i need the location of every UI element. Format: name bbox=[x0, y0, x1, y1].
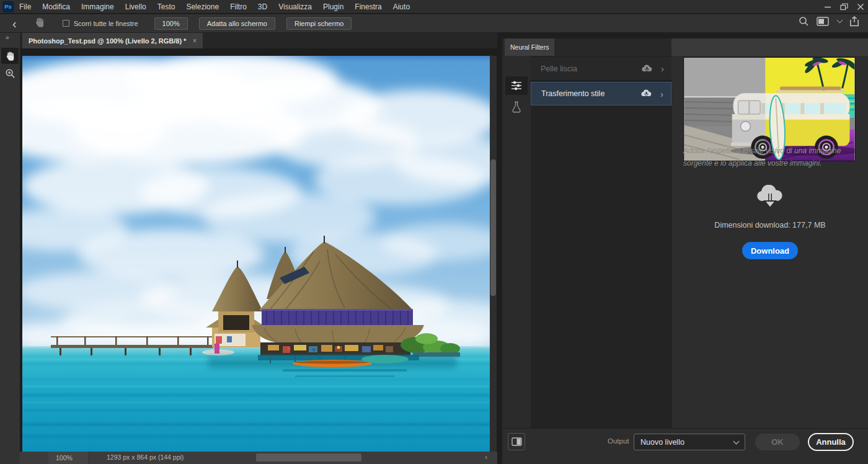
preview-toggle-button[interactable] bbox=[508, 433, 525, 450]
download-button[interactable]: Download bbox=[742, 242, 798, 259]
scroll-all-windows-label: Scorri tutte le finestre bbox=[74, 20, 138, 27]
photoshop-window: Ps File Modifica Immagine Livello Testo … bbox=[0, 0, 868, 464]
window-controls bbox=[824, 0, 864, 14]
fill-screen-button[interactable]: Riempi schermo bbox=[286, 17, 352, 30]
scroll-all-windows-checkbox[interactable] bbox=[63, 20, 69, 27]
filter-name: Pelle liscia bbox=[541, 65, 642, 73]
download-size-text: Dimensioni download: 177,7 MB bbox=[672, 221, 868, 230]
vertical-scrollbar-thumb[interactable] bbox=[490, 159, 496, 296]
menu-file[interactable]: File bbox=[14, 0, 37, 14]
menu-bar: Ps File Modifica Immagine Livello Testo … bbox=[0, 0, 868, 14]
menu-immagine[interactable]: Immagine bbox=[76, 0, 120, 14]
sliders-icon bbox=[510, 80, 523, 91]
collapse-tools-icon[interactable]: » bbox=[6, 34, 9, 41]
document-status-bar: 100% 1293 px x 864 px (144 ppi) › ‹ › bbox=[20, 452, 497, 464]
output-label: Output bbox=[608, 437, 629, 445]
search-icon[interactable] bbox=[799, 16, 809, 27]
document-canvas[interactable] bbox=[22, 56, 490, 452]
status-zoom-field[interactable]: 100% bbox=[48, 452, 89, 464]
chevron-down-icon[interactable] bbox=[837, 17, 843, 24]
filter-category-rail bbox=[502, 56, 531, 428]
beaker-icon bbox=[512, 101, 521, 113]
split-preview-icon bbox=[512, 437, 522, 446]
filter-detail-pane: Adotta l'aspetto o lo stile visivo di un… bbox=[672, 56, 868, 428]
status-dimensions: 1293 px x 864 px (144 ppi) bbox=[107, 453, 184, 461]
tool-options-bar: ‹ Scorri tutte le finestre 100% Adatta a… bbox=[0, 14, 868, 33]
restore-button[interactable] bbox=[840, 3, 848, 11]
menu-plugin[interactable]: Plugin bbox=[317, 0, 349, 14]
cancel-button[interactable]: Annulla bbox=[808, 433, 854, 451]
filter-row-pelle-liscia[interactable]: Pelle liscia › bbox=[531, 57, 671, 81]
canvas-area bbox=[20, 48, 497, 452]
zoom-100-button[interactable]: 100% bbox=[154, 17, 188, 30]
horizontal-scrollbar-thumb[interactable] bbox=[256, 453, 361, 462]
cloud-download-icon bbox=[642, 63, 652, 74]
share-icon[interactable] bbox=[849, 16, 859, 27]
workspace-panel-icon[interactable] bbox=[817, 17, 830, 27]
back-chevron-button[interactable]: ‹ bbox=[9, 17, 20, 30]
hand-tool-button[interactable] bbox=[1, 48, 19, 64]
status-right-chevron[interactable]: › bbox=[485, 453, 487, 462]
tool-strip: » bbox=[0, 33, 20, 464]
menu-3d[interactable]: 3D bbox=[252, 0, 273, 14]
document-tab-bar: Photoshop_Test.psd @ 100% (Livello 2, RG… bbox=[20, 33, 497, 48]
vertical-scrollbar[interactable] bbox=[490, 56, 497, 452]
zoom-tool-button[interactable] bbox=[1, 65, 19, 81]
ok-button[interactable]: OK bbox=[755, 434, 800, 450]
minimize-button[interactable] bbox=[824, 3, 831, 11]
beta-filters-button[interactable] bbox=[505, 98, 528, 115]
filter-open-chevron[interactable]: › bbox=[661, 64, 664, 73]
menu-selezione[interactable]: Selezione bbox=[180, 0, 224, 14]
filter-name: Trasferimento stile bbox=[541, 89, 641, 98]
menu-filtro[interactable]: Filtro bbox=[224, 0, 252, 14]
filter-list: Pelle liscia › Trasferimento stile › bbox=[531, 56, 671, 428]
filter-open-chevron[interactable]: › bbox=[660, 89, 663, 99]
menu-modifica[interactable]: Modifica bbox=[37, 0, 76, 14]
cloud-download-icon bbox=[641, 88, 652, 99]
panel-header-strip bbox=[671, 38, 868, 56]
document-tab[interactable]: Photoshop_Test.psd @ 100% (Livello 2, RG… bbox=[22, 33, 203, 48]
fit-screen-button[interactable]: Adatta allo schermo bbox=[199, 17, 275, 30]
output-dropdown-value: Nuovo livello bbox=[640, 438, 684, 447]
neural-filters-tab[interactable]: Neural Filters bbox=[505, 38, 554, 56]
menu-finestra[interactable]: Finestra bbox=[349, 0, 387, 14]
neural-filters-panel: Neural Filters Pelle liscia › bbox=[502, 38, 868, 464]
filter-description: Adotta l'aspetto o lo stile visivo di un… bbox=[683, 145, 852, 170]
options-bar-right-icons bbox=[799, 16, 859, 27]
photoshop-logo-icon: Ps bbox=[2, 1, 14, 12]
panel-bottom-bar: Output Nuovo livello OK Annulla bbox=[502, 428, 868, 464]
filter-row-trasferimento-stile[interactable]: Trasferimento stile › bbox=[531, 82, 671, 105]
menu-aiuto[interactable]: Aiuto bbox=[388, 0, 415, 14]
output-dropdown[interactable]: Nuovo livello bbox=[634, 434, 745, 450]
hand-tool-icon bbox=[34, 17, 45, 30]
all-filters-button[interactable] bbox=[505, 76, 528, 95]
menu-visualizza[interactable]: Visualizza bbox=[273, 0, 317, 14]
tab-close-icon[interactable]: × bbox=[192, 37, 197, 45]
cloud-download-large-icon bbox=[756, 185, 784, 212]
menu-livello[interactable]: Livello bbox=[120, 0, 152, 14]
close-button[interactable] bbox=[857, 3, 864, 11]
chevron-down-icon bbox=[733, 439, 740, 445]
document-tab-title: Photoshop_Test.psd @ 100% (Livello 2, RG… bbox=[29, 37, 186, 45]
menu-testo[interactable]: Testo bbox=[152, 0, 181, 14]
